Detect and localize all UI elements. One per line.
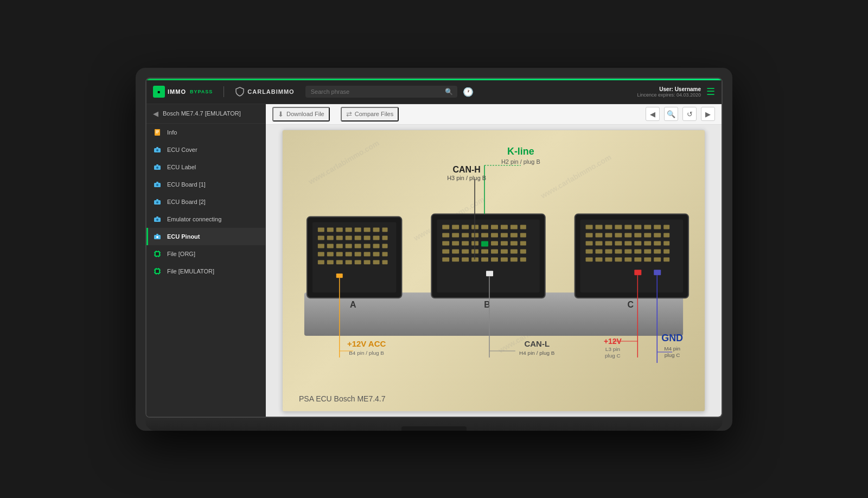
immo-icon: ■ xyxy=(153,86,165,98)
laptop-frame: ■ IMMO BYPASS CARLABIMMO � xyxy=(136,68,732,431)
svg-point-16 xyxy=(156,201,158,203)
svg-rect-8 xyxy=(156,147,158,148)
sidebar-back-button[interactable]: ◀ Bosch ME7.4.7 [EMULATOR] xyxy=(146,104,265,124)
svg-rect-42 xyxy=(156,273,157,274)
carlab-shield-icon xyxy=(235,87,245,97)
sidebar-item-file-emulator[interactable]: File [EMULATOR] xyxy=(146,263,265,280)
camera-icon-ecu-cover xyxy=(153,145,162,154)
svg-rect-41 xyxy=(158,268,159,269)
svg-rect-27 xyxy=(154,254,155,256)
sidebar-item-label-emulator: Emulator connecting xyxy=(167,216,221,222)
logo-area: ■ IMMO BYPASS CARLABIMMO xyxy=(153,86,295,98)
file-icon xyxy=(153,128,162,137)
app-container: ■ IMMO BYPASS CARLABIMMO � xyxy=(146,80,722,417)
svg-rect-43 xyxy=(158,273,159,274)
user-info: User: Username Lincence expires: 04.03.2… xyxy=(637,86,701,98)
immo-text: IMMO xyxy=(168,88,186,95)
sidebar-item-label-file-org: File [ORG] xyxy=(167,251,195,257)
svg-rect-35 xyxy=(156,270,159,273)
svg-rect-23 xyxy=(156,234,158,235)
sidebar-item-label-file-emulator: File [EMULATOR] xyxy=(167,268,214,274)
svg-rect-14 xyxy=(156,182,158,183)
ecu-image-wrapper: www.carlabimmo.com www.carlabimmo.com ww… xyxy=(282,130,705,412)
camera-icon-ecu-pinout xyxy=(153,232,162,241)
svg-rect-11 xyxy=(156,164,158,165)
chip-icon-org xyxy=(153,250,162,258)
sidebar-item-ecu-pinout[interactable]: ECU Pinout xyxy=(146,228,265,245)
svg-point-13 xyxy=(156,184,158,186)
search-icon: 🔍 xyxy=(445,88,453,95)
nav-prev-button[interactable]: ◀ xyxy=(646,107,660,121)
svg-rect-2 xyxy=(155,129,160,136)
chip-icon-emulator xyxy=(153,267,162,276)
sidebar-item-ecu-board-1[interactable]: ECU Board [1] xyxy=(146,176,265,193)
bypass-text: BYPASS xyxy=(190,89,213,94)
svg-rect-20 xyxy=(156,216,158,218)
search-area[interactable]: 🔍 xyxy=(305,86,457,98)
svg-text:■: ■ xyxy=(158,90,161,94)
compare-files-button[interactable]: ⇄ Compare Files xyxy=(341,107,399,122)
sidebar-item-label-ecu-pinout: ECU Pinout xyxy=(167,233,200,240)
history-icon[interactable]: 🕐 xyxy=(463,87,474,97)
sidebar-item-ecu-label[interactable]: ECU Label xyxy=(146,158,265,176)
compare-icon: ⇄ xyxy=(346,110,352,118)
svg-rect-36 xyxy=(154,270,155,271)
svg-rect-39 xyxy=(160,272,161,273)
immo-logo: ■ IMMO BYPASS xyxy=(153,86,213,98)
carlab-logo: CARLABIMMO xyxy=(235,87,294,97)
svg-rect-29 xyxy=(160,254,161,256)
content-area: ⬇ Download File ⇄ Compare Files ◀ 🔍 ↺ xyxy=(266,104,722,417)
header-right: User: Username Lincence expires: 04.03.2… xyxy=(637,86,715,98)
menu-icon[interactable]: ☰ xyxy=(706,86,715,98)
image-container: www.carlabimmo.com www.carlabimmo.com ww… xyxy=(266,125,722,417)
svg-rect-31 xyxy=(158,251,159,252)
nav-next-button[interactable]: ▶ xyxy=(701,107,715,121)
svg-rect-28 xyxy=(160,252,161,253)
svg-rect-40 xyxy=(156,268,157,269)
svg-rect-30 xyxy=(156,251,157,252)
back-arrow-icon: ◀ xyxy=(153,110,158,118)
app-header: ■ IMMO BYPASS CARLABIMMO � xyxy=(146,80,722,104)
svg-rect-32 xyxy=(156,256,157,257)
ecu-background xyxy=(283,130,705,411)
svg-rect-26 xyxy=(154,252,155,253)
sidebar-item-label-info: Info xyxy=(167,129,177,136)
refresh-button[interactable]: ↺ xyxy=(682,107,697,121)
sidebar-item-ecu-cover[interactable]: ECU Cover xyxy=(146,141,265,158)
svg-point-19 xyxy=(156,219,158,221)
svg-rect-33 xyxy=(158,256,159,257)
svg-rect-25 xyxy=(156,252,159,256)
sidebar-item-label-ecu-board1: ECU Board [1] xyxy=(167,181,206,188)
user-name-label: User: Username xyxy=(637,86,701,92)
zoom-out-button[interactable]: 🔍 xyxy=(664,107,678,121)
camera-icon-ecu-label xyxy=(153,163,162,171)
search-input[interactable] xyxy=(305,86,457,98)
sidebar-item-ecu-board-2[interactable]: ECU Board [2] xyxy=(146,193,265,210)
sidebar-item-label-ecu-cover: ECU Cover xyxy=(167,146,197,153)
toolbar-nav: ◀ 🔍 ↺ ▶ xyxy=(646,107,715,121)
licence-info: Lincence expires: 04.03.2020 xyxy=(637,92,701,98)
main-content: ◀ Bosch ME7.4.7 [EMULATOR] Info xyxy=(146,104,722,417)
toolbar: ⬇ Download File ⇄ Compare Files ◀ 🔍 ↺ xyxy=(266,104,722,125)
svg-point-22 xyxy=(156,236,158,238)
carlab-text: CARLABIMMO xyxy=(247,88,294,95)
laptop-notch xyxy=(401,426,467,431)
camera-icon-ecu-board2 xyxy=(153,197,162,206)
camera-icon-emulator xyxy=(153,215,162,224)
laptop-bottom xyxy=(145,418,723,431)
header-divider xyxy=(224,86,224,97)
svg-point-7 xyxy=(156,149,158,151)
sidebar-item-label-ecu-label: ECU Label xyxy=(167,164,196,170)
download-icon: ⬇ xyxy=(278,110,284,118)
sidebar-back-title: Bosch ME7.4.7 [EMULATOR] xyxy=(163,110,241,117)
svg-point-10 xyxy=(156,167,158,169)
sidebar: ◀ Bosch ME7.4.7 [EMULATOR] Info xyxy=(146,104,266,417)
sidebar-item-info[interactable]: Info xyxy=(146,124,265,141)
sidebar-item-label-ecu-board2: ECU Board [2] xyxy=(167,199,206,205)
sidebar-item-file-org[interactable]: File [ORG] xyxy=(146,245,265,263)
svg-rect-38 xyxy=(160,270,161,271)
image-caption: PSA ECU Bosch ME7.4.7 xyxy=(299,394,386,403)
download-file-button[interactable]: ⬇ Download File xyxy=(272,107,330,122)
svg-rect-37 xyxy=(154,272,155,273)
sidebar-item-emulator-connecting[interactable]: Emulator connecting xyxy=(146,210,265,228)
